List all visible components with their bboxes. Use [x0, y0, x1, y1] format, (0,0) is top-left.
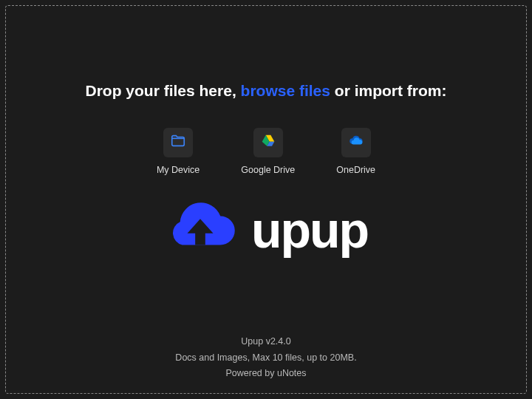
browse-files-link[interactable]: browse files [241, 82, 330, 99]
footer: Upup v2.4.0 Docs and Images, Max 10 file… [6, 334, 526, 381]
headline-prefix: Drop your files here, [86, 82, 241, 99]
version-text: Upup v2.4.0 [6, 334, 526, 349]
source-onedrive[interactable]: OneDrive [336, 128, 375, 175]
powered-text: Powered by uNotes [6, 366, 526, 381]
logo-text: upup [251, 205, 368, 255]
source-google-drive[interactable]: Google Drive [241, 128, 295, 175]
source-tile [253, 128, 283, 157]
source-my-device[interactable]: My Device [157, 128, 200, 175]
source-tile [341, 128, 371, 157]
folder-icon [170, 133, 186, 152]
source-list: My Device Google Drive [157, 128, 375, 175]
headline: Drop your files here, browse files or im… [86, 82, 447, 100]
dropzone[interactable]: Drop your files here, browse files or im… [5, 5, 527, 394]
limits-text: Docs and Images, Max 10 files, up to 20M… [6, 350, 526, 366]
headline-suffix: or import from: [330, 82, 447, 99]
upload-container: Drop your files here, browse files or im… [0, 0, 532, 399]
onedrive-icon [348, 133, 364, 152]
source-tile [163, 128, 193, 157]
source-label: My Device [157, 165, 200, 175]
logo: upup [164, 200, 368, 259]
google-drive-icon [261, 134, 276, 151]
source-label: Google Drive [241, 165, 295, 175]
source-label: OneDrive [336, 165, 375, 175]
upup-cloud-icon [164, 200, 236, 259]
